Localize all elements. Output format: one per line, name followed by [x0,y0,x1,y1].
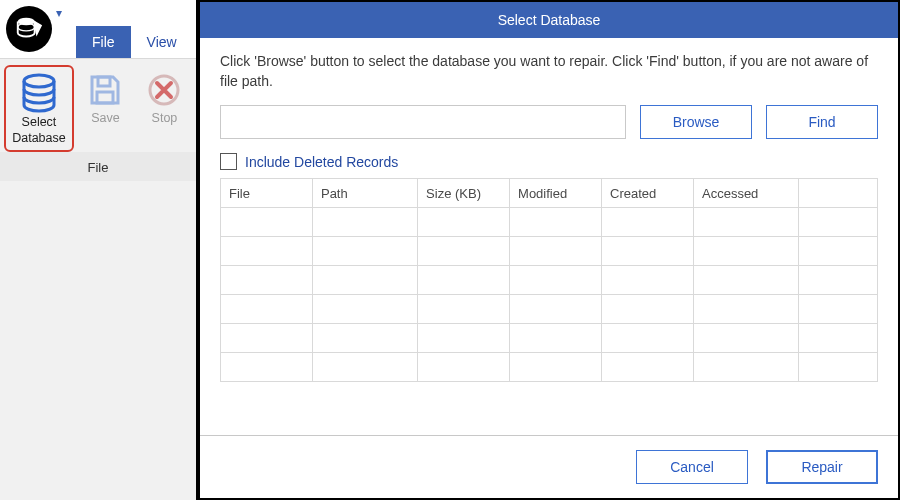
browse-button[interactable]: Browse [640,105,752,139]
database-path-input[interactable] [220,105,626,139]
table-row[interactable] [221,266,878,295]
save-label: Save [91,111,120,127]
save-icon [87,72,123,108]
stop-label: Stop [152,111,178,127]
tab-view[interactable]: View [131,26,193,58]
svg-rect-4 [97,92,113,103]
quick-access-toggle-icon[interactable]: ▾ [56,0,76,20]
ribbon: ▾ File View Select [0,0,198,500]
include-deleted-label: Include Deleted Records [245,154,398,170]
svg-point-2 [24,75,54,87]
svg-rect-3 [98,77,110,86]
select-database-dialog: Select Database Click 'Browse' button to… [198,0,900,500]
stop-button[interactable]: Stop [137,65,192,152]
select-database-button[interactable]: Select Database [4,65,74,152]
database-shield-icon [14,14,44,44]
tab-file[interactable]: File [76,26,131,58]
table-row[interactable] [221,353,878,382]
col-created[interactable]: Created [602,179,694,208]
select-database-label-2: Database [12,131,66,147]
ribbon-tabs: File View [76,0,193,58]
stop-icon [146,72,182,108]
dialog-title: Select Database [200,2,898,38]
col-file[interactable]: File [221,179,313,208]
ribbon-group-label: File [0,152,196,181]
col-accessed[interactable]: Accessed [693,179,798,208]
app-logo [0,2,56,58]
ribbon-group-file: Select Database Save [0,58,196,181]
select-database-label-1: Select [22,115,57,131]
col-path[interactable]: Path [312,179,417,208]
include-deleted-checkbox[interactable] [220,153,237,170]
database-icon [20,73,58,115]
cancel-button[interactable]: Cancel [636,450,748,484]
results-table: File Path Size (KB) Modified Created Acc… [220,178,878,382]
col-size[interactable]: Size (KB) [418,179,510,208]
table-row[interactable] [221,208,878,237]
repair-button[interactable]: Repair [766,450,878,484]
find-button[interactable]: Find [766,105,878,139]
col-spacer [799,179,878,208]
table-row[interactable] [221,324,878,353]
col-modified[interactable]: Modified [510,179,602,208]
table-row[interactable] [221,295,878,324]
table-row[interactable] [221,237,878,266]
dialog-instruction: Click 'Browse' button to select the data… [220,52,878,91]
dialog-footer: Cancel Repair [200,435,898,498]
ribbon-header: ▾ File View [0,0,196,58]
save-button[interactable]: Save [78,65,133,152]
